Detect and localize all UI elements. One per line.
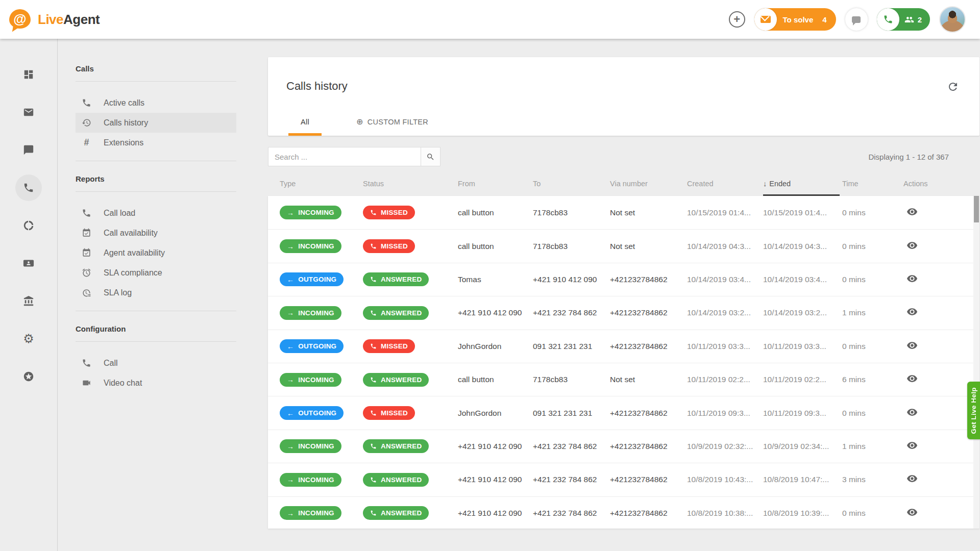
column-header-time[interactable]: Time — [842, 180, 903, 196]
rail-dashboard-icon[interactable] — [15, 61, 42, 88]
cell-created: 10/11/2019 03:3... — [687, 342, 763, 351]
chat-bubble-icon — [852, 16, 861, 23]
table-row[interactable]: INCOMING ANSWERED +421 910 412 090 +421 … — [268, 430, 979, 463]
agents-online-button[interactable]: 2 — [877, 8, 930, 31]
call-direction-badge: OUTGOING — [280, 272, 344, 286]
sidebar-item-calls-history[interactable]: Calls history — [76, 113, 236, 133]
rail-automation-icon[interactable] — [15, 212, 42, 239]
table-row[interactable]: INCOMING ANSWERED +421 910 412 090 +421 … — [268, 296, 979, 329]
direction-arrow-icon — [287, 243, 294, 250]
sidebar-item-call-availability[interactable]: Call availability — [76, 223, 236, 243]
rail-tickets-icon[interactable] — [15, 99, 42, 126]
eye-icon — [906, 240, 918, 251]
logo-bubble-icon: @ — [9, 8, 33, 31]
cell-to: +421 232 784 862 — [533, 308, 610, 317]
view-call-button[interactable] — [903, 273, 921, 284]
calls-history-card: Calls history All ⊕ CUSTOM FILTER — [268, 57, 979, 136]
rail-starred-icon[interactable] — [15, 363, 42, 390]
table-row[interactable]: INCOMING MISSED call button 7178cb83 Not… — [268, 196, 979, 229]
cell-via-number: Not set — [610, 375, 687, 384]
scrollbar-thumb[interactable] — [974, 196, 979, 222]
call-status-badge: MISSED — [363, 239, 415, 253]
view-call-button[interactable] — [903, 306, 921, 317]
table-row[interactable]: INCOMING ANSWERED +421 910 412 090 +421 … — [268, 463, 979, 496]
search-input[interactable] — [268, 147, 421, 166]
call-status-badge: ANSWERED — [363, 439, 429, 453]
sidebar-item-call[interactable]: Call — [76, 353, 236, 373]
table-row[interactable]: INCOMING ANSWERED +421 910 412 090 +421 … — [268, 496, 979, 529]
rail-billing-icon[interactable] — [15, 288, 42, 314]
view-call-button[interactable] — [903, 240, 921, 251]
rail-chats-icon[interactable] — [15, 137, 42, 163]
active-tab-indicator — [288, 133, 322, 136]
table-row[interactable]: OUTGOING MISSED JohnGordon 091 321 231 2… — [268, 396, 979, 429]
direction-arrow-icon — [287, 209, 294, 216]
cell-from: +421 910 412 090 — [458, 509, 533, 518]
tab-all[interactable]: All — [288, 117, 322, 136]
liveagent-logo[interactable]: @ LiveAgent — [9, 8, 100, 31]
column-header-ended-sorted[interactable]: ↓Ended — [763, 180, 840, 196]
call-status-badge: MISSED — [363, 339, 415, 353]
column-header-to[interactable]: To — [533, 180, 610, 196]
rail-calls-icon[interactable] — [15, 174, 42, 201]
view-call-button[interactable] — [903, 373, 921, 384]
sidebar-item-extensions[interactable]: # Extensions — [76, 133, 236, 153]
sidebar-item-sla-log[interactable]: SLA log — [76, 283, 236, 303]
phone-icon — [370, 276, 377, 283]
table-row[interactable]: OUTGOING ANSWERED Tomas +421 910 412 090… — [268, 263, 979, 296]
refresh-button[interactable] — [947, 81, 961, 95]
view-call-button[interactable] — [903, 440, 921, 451]
get-live-help-button[interactable]: Get Live Help — [967, 382, 980, 439]
sidebar-item-agent-availability[interactable]: Agent availability — [76, 243, 236, 263]
chats-button[interactable] — [845, 8, 868, 31]
column-header-from[interactable]: From — [458, 180, 533, 196]
cell-created: 10/14/2019 03:4... — [687, 275, 763, 284]
cell-via-number: Not set — [610, 242, 687, 251]
view-call-button[interactable] — [903, 473, 921, 484]
table-row[interactable]: INCOMING MISSED call button 7178cb83 Not… — [268, 229, 979, 262]
cell-time: 1 mins — [842, 308, 903, 317]
rail-contacts-icon[interactable] — [15, 250, 42, 277]
view-call-button[interactable] — [903, 507, 921, 518]
table-row[interactable]: OUTGOING MISSED JohnGordon 091 321 231 2… — [268, 330, 979, 363]
filter-tabs: All ⊕ CUSTOM FILTER — [288, 117, 440, 136]
column-header-via-number[interactable]: Via number — [610, 180, 687, 196]
call-direction-badge: INCOMING — [280, 239, 341, 253]
column-header-type[interactable]: Type — [280, 180, 363, 196]
to-solve-button[interactable]: To solve 4 — [754, 8, 836, 31]
call-direction-badge: INCOMING — [280, 473, 341, 487]
cell-from: call button — [458, 242, 533, 251]
cell-time: 0 mins — [842, 275, 903, 284]
cell-ended: 10/15/2019 01:4... — [763, 208, 842, 217]
direction-arrow-icon — [287, 510, 294, 517]
phone-icon — [370, 310, 377, 316]
divider — [76, 311, 236, 311]
table-row[interactable]: INCOMING ANSWERED call button 7178cb83 N… — [268, 363, 979, 396]
tab-custom-filter[interactable]: ⊕ CUSTOM FILTER — [344, 117, 440, 136]
hash-icon: # — [82, 137, 91, 148]
sidebar: Calls Active calls Calls history # Exten… — [58, 39, 250, 551]
rail-settings-icon[interactable]: ⚙ — [15, 325, 42, 352]
to-solve-label: To solve — [783, 15, 814, 24]
cell-to: 7178cb83 — [533, 242, 610, 251]
sidebar-item-video-chat[interactable]: Video chat — [76, 373, 236, 393]
column-header-created[interactable]: Created — [687, 180, 763, 196]
add-new-button[interactable]: + — [729, 11, 745, 28]
eye-icon — [906, 373, 918, 384]
user-avatar[interactable] — [939, 6, 966, 33]
cell-to: 7178cb83 — [533, 208, 610, 217]
column-header-status[interactable]: Status — [363, 180, 458, 196]
sidebar-item-active-calls[interactable]: Active calls — [76, 93, 236, 113]
view-call-button[interactable] — [903, 206, 921, 217]
top-header: @ LiveAgent + To solve 4 2 — [0, 0, 980, 39]
phone-icon — [370, 377, 377, 383]
direction-arrow-icon — [287, 309, 294, 316]
sidebar-item-sla-compliance[interactable]: SLA compliance — [76, 263, 236, 283]
view-call-button[interactable] — [903, 407, 921, 418]
table-scrollbar[interactable] — [973, 196, 979, 529]
search-button[interactable] — [421, 147, 440, 166]
cell-time: 0 mins — [842, 208, 903, 217]
view-call-button[interactable] — [903, 340, 921, 351]
sidebar-item-call-load[interactable]: Call load — [76, 203, 236, 223]
phone-icon — [370, 243, 377, 249]
